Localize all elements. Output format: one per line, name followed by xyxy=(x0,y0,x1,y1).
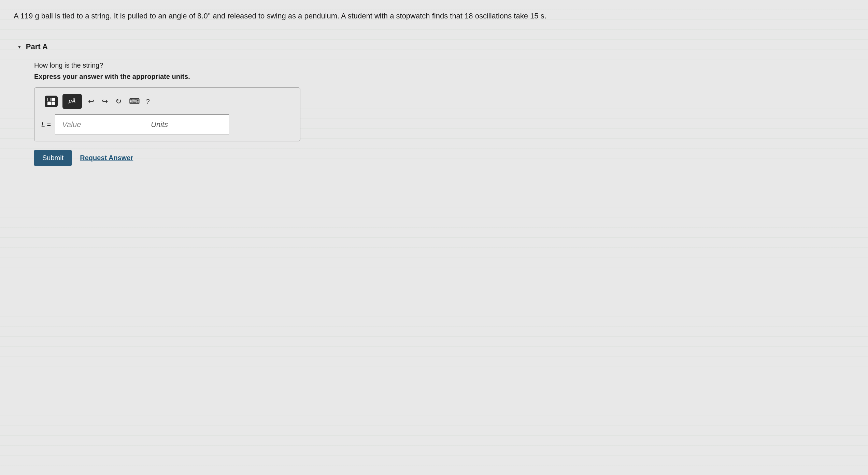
help-button[interactable]: ? xyxy=(146,98,150,106)
request-answer-button[interactable]: Request Answer xyxy=(80,154,133,162)
value-input[interactable]: Value xyxy=(55,114,144,135)
toolbar: μÅ ↩ ↪ ↻ ⌨ ? xyxy=(41,94,293,109)
part-a-title: Part A xyxy=(26,42,48,51)
undo-button[interactable]: ↩ xyxy=(87,96,96,107)
part-a-header: ▼ Part A xyxy=(14,42,854,51)
squares-icon xyxy=(47,98,55,105)
format-button[interactable] xyxy=(45,96,58,107)
submit-button[interactable]: Submit xyxy=(34,150,72,166)
answer-box: μÅ ↩ ↪ ↻ ⌨ ? L = Value Units xyxy=(34,87,300,141)
problem-text: A 119 g ball is tied to a string. It is … xyxy=(14,10,628,22)
units-input[interactable]: Units xyxy=(144,114,229,135)
unit-button[interactable]: μÅ xyxy=(62,94,82,109)
variable-label: L = xyxy=(41,121,51,129)
unit-label: μÅ xyxy=(65,96,79,107)
keyboard-button[interactable]: ⌨ xyxy=(128,96,141,107)
instruction-text: Express your answer with the appropriate… xyxy=(34,73,854,81)
section-divider xyxy=(14,32,854,32)
refresh-button[interactable]: ↻ xyxy=(114,96,123,107)
question-section: How long is the string? Express your ans… xyxy=(14,61,854,150)
input-row: L = Value Units xyxy=(41,114,293,135)
bottom-actions: Submit Request Answer xyxy=(14,150,854,166)
question-text: How long is the string? xyxy=(34,61,854,69)
redo-button[interactable]: ↪ xyxy=(100,96,109,107)
chevron-down-icon[interactable]: ▼ xyxy=(17,44,22,50)
